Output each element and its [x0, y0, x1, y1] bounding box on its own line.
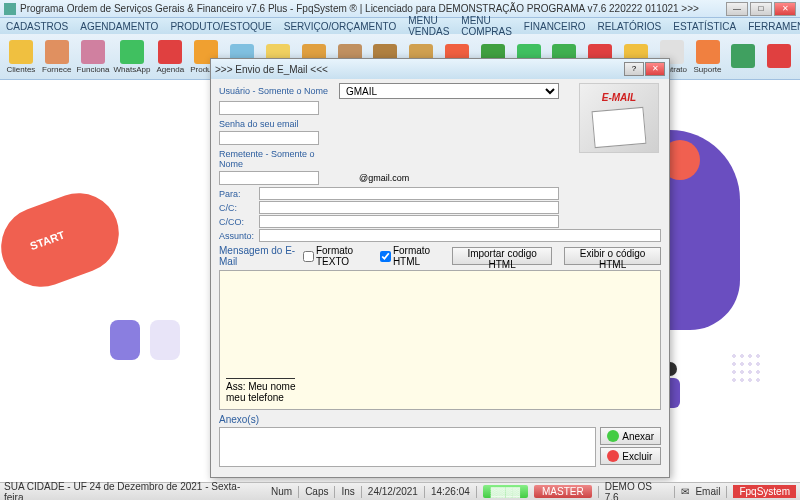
sender-label: Remetente - Somente o Nome	[219, 149, 339, 169]
toolbar-button-21[interactable]	[762, 36, 796, 78]
menu-agendamento[interactable]: AGENDAMENTO	[80, 21, 158, 32]
toolbar-icon	[767, 44, 791, 68]
status-caps: Caps	[305, 486, 328, 497]
excluir-button[interactable]: Excluir	[600, 447, 661, 465]
toolbar-icon	[45, 40, 69, 64]
delete-icon	[607, 450, 619, 462]
toolbar-button-19[interactable]: Suporte	[691, 36, 725, 78]
toolbar-label: Funciona	[77, 65, 110, 74]
toolbar-label: Agenda	[157, 65, 185, 74]
toolbar-icon	[81, 40, 105, 64]
email-dialog: >>> Envio de E_Mail <<< ? ✕ Usuário - So…	[210, 58, 670, 478]
status-email: Email	[695, 486, 720, 497]
status-location: SUA CIDADE - UF 24 de Dezembro de 2021 -…	[4, 481, 259, 501]
status-brand: FpqSystem	[733, 485, 796, 498]
toolbar-button-2[interactable]: Funciona	[76, 36, 111, 78]
toolbar-button-20[interactable]	[726, 36, 760, 78]
mail-icon: ✉	[681, 486, 689, 497]
signature: Ass: Meu nome meu telefone	[226, 378, 295, 403]
fmt-html-check[interactable]: Formato HTML	[380, 245, 446, 267]
window-titlebar: Programa Ordem de Serviços Gerais & Fina…	[0, 0, 800, 18]
bg-start-banner	[0, 182, 130, 298]
pwd-label: Senha do seu email	[219, 119, 339, 129]
menu-compras[interactable]: MENU COMPRAS	[461, 15, 512, 37]
toolbar-icon	[696, 40, 720, 64]
menu-relatorios[interactable]: RELATÓRIOS	[598, 21, 662, 32]
dialog-titlebar: >>> Envio de E_Mail <<< ? ✕	[211, 59, 669, 79]
toolbar-button-1[interactable]: Fornece	[40, 36, 74, 78]
exibir-html-button[interactable]: Exibir o código HTML	[564, 247, 661, 265]
menubar: CADASTROS AGENDAMENTO PRODUTO/ESTOQUE SE…	[0, 18, 800, 34]
anexar-button[interactable]: Anexar	[600, 427, 661, 445]
toolbar-button-0[interactable]: Clientes	[4, 36, 38, 78]
status-progress: ▓▓▓▓	[483, 485, 528, 498]
menu-estatistica[interactable]: ESTATÍSTICA	[673, 21, 736, 32]
menu-produto[interactable]: PRODUTO/ESTOQUE	[170, 21, 271, 32]
toolbar-label: WhatsApp	[114, 65, 151, 74]
menu-servico[interactable]: SERVIÇO/ORÇAMENTO	[284, 21, 396, 32]
menu-cadastros[interactable]: CADASTROS	[6, 21, 68, 32]
bg-shape	[150, 320, 180, 360]
status-time: 14:26:04	[431, 486, 470, 497]
menu-financeiro[interactable]: FINANCEIRO	[524, 21, 586, 32]
cco-label: C/CO:	[219, 217, 259, 227]
minimize-button[interactable]: —	[726, 2, 748, 16]
menu-ferramentas[interactable]: FERRAMENTAS	[748, 21, 800, 32]
dialog-title: >>> Envio de E_Mail <<<	[215, 64, 624, 75]
import-html-button[interactable]: Importar codigo HTML	[452, 247, 552, 265]
toolbar-icon	[9, 40, 33, 64]
status-master: MASTER	[534, 485, 592, 498]
cco-input[interactable]	[259, 215, 559, 228]
toolbar-label: Fornece	[42, 65, 71, 74]
status-date: 24/12/2021	[368, 486, 418, 497]
status-demo: DEMO OS 7.6	[605, 481, 669, 501]
bg-dots	[730, 352, 760, 382]
maximize-button[interactable]: □	[750, 2, 772, 16]
assunto-input[interactable]	[259, 229, 661, 242]
toolbar-label: Suporte	[693, 65, 721, 74]
user-input[interactable]	[219, 101, 319, 115]
message-textarea[interactable]: Ass: Meu nome meu telefone	[219, 270, 661, 410]
anexos-list[interactable]	[219, 427, 596, 467]
attach-icon	[607, 430, 619, 442]
window-title: Programa Ordem de Serviços Gerais & Fina…	[20, 3, 726, 14]
toolbar-icon	[158, 40, 182, 64]
status-num: Num	[271, 486, 292, 497]
email-icon	[579, 83, 659, 153]
toolbar-label: Clientes	[6, 65, 35, 74]
provider-select[interactable]: GMAIL	[339, 83, 559, 99]
menu-vendas[interactable]: MENU VENDAS	[408, 15, 449, 37]
dialog-help-button[interactable]: ?	[624, 62, 644, 76]
toolbar-button-3[interactable]: WhatsApp	[113, 36, 152, 78]
toolbar-icon	[731, 44, 755, 68]
para-label: Para:	[219, 189, 259, 199]
anexos-label: Anexo(s)	[219, 414, 661, 425]
cc-input[interactable]	[259, 201, 559, 214]
toolbar-button-4[interactable]: Agenda	[153, 36, 187, 78]
app-icon	[4, 3, 16, 15]
dialog-close-button[interactable]: ✕	[645, 62, 665, 76]
pwd-input[interactable]	[219, 131, 319, 145]
status-ins: Ins	[341, 486, 354, 497]
statusbar: SUA CIDADE - UF 24 de Dezembro de 2021 -…	[0, 482, 800, 500]
para-input[interactable]	[259, 187, 559, 200]
domain-text: @gmail.com	[359, 173, 409, 183]
cc-label: C/C:	[219, 203, 259, 213]
sender-input[interactable]	[219, 171, 319, 185]
bg-shape	[110, 320, 140, 360]
assunto-label: Assunto:	[219, 231, 259, 241]
toolbar-icon	[120, 40, 144, 64]
window-controls: — □ ✕	[726, 2, 796, 16]
user-label: Usuário - Somente o Nome	[219, 86, 339, 96]
close-button[interactable]: ✕	[774, 2, 796, 16]
main-area: >>> Envio de E_Mail <<< ? ✕ Usuário - So…	[0, 80, 800, 482]
msg-label: Mensagem do E-Mail	[219, 245, 297, 267]
fmt-texto-check[interactable]: Formato TEXTO	[303, 245, 374, 267]
